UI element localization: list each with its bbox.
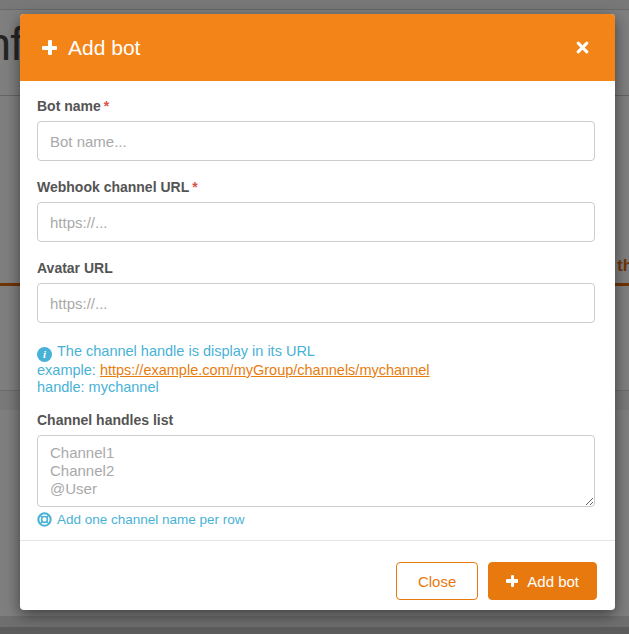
add-bot-button-label: Add bot: [527, 573, 579, 590]
channel-handles-group: Channel handles list Add one channel nam…: [37, 412, 595, 527]
channel-handles-help-text: Add one channel name per row: [57, 512, 245, 527]
webhook-url-label-text: Webhook channel URL: [37, 179, 189, 195]
modal-title: Add bot: [42, 36, 140, 60]
info-line-example: example: https://example.com/myGroup/cha…: [37, 362, 595, 379]
close-button[interactable]: Close: [396, 562, 478, 600]
add-bot-button[interactable]: Add bot: [488, 562, 597, 600]
channel-handle-info: The channel handle is display in its URL…: [37, 343, 595, 395]
avatar-url-label-text: Avatar URL: [37, 260, 113, 276]
add-bot-modal: Add bot Bot name* Webhook channel URL* A…: [20, 14, 615, 610]
modal-close-button[interactable]: [572, 37, 593, 58]
required-asterisk: *: [104, 98, 109, 114]
modal-body: Bot name* Webhook channel URL* Avatar UR…: [20, 81, 615, 540]
plus-icon: [506, 575, 518, 587]
modal-header: Add bot: [20, 14, 615, 81]
bot-name-label-text: Bot name: [37, 98, 101, 114]
bot-name-group: Bot name*: [37, 98, 595, 161]
close-icon: [576, 41, 589, 54]
channel-handles-label: Channel handles list: [37, 412, 595, 428]
example-prefix: example:: [37, 362, 100, 378]
bot-name-input[interactable]: [37, 121, 595, 161]
channel-handles-label-text: Channel handles list: [37, 412, 173, 428]
life-ring-icon: [37, 512, 52, 527]
info-line-1-text: The channel handle is display in its URL: [57, 343, 315, 359]
webhook-url-label: Webhook channel URL*: [37, 179, 595, 195]
info-line-handle: handle: mychannel: [37, 379, 595, 396]
channel-handles-textarea[interactable]: [37, 435, 595, 507]
example-url-link[interactable]: https://example.com/myGroup/channels/myc…: [100, 362, 430, 378]
channel-handles-help: Add one channel name per row: [37, 512, 595, 527]
avatar-url-label: Avatar URL: [37, 260, 595, 276]
info-line-1: The channel handle is display in its URL: [37, 343, 595, 362]
avatar-url-input[interactable]: [37, 283, 595, 323]
modal-footer: Close Add bot: [20, 540, 615, 610]
info-circle-icon: [37, 347, 52, 362]
plus-icon: [42, 40, 57, 55]
webhook-url-group: Webhook channel URL*: [37, 179, 595, 242]
webhook-url-input[interactable]: [37, 202, 595, 242]
avatar-url-group: Avatar URL: [37, 260, 595, 323]
required-asterisk: *: [192, 179, 197, 195]
modal-title-text: Add bot: [68, 36, 140, 60]
bot-name-label: Bot name*: [37, 98, 595, 114]
